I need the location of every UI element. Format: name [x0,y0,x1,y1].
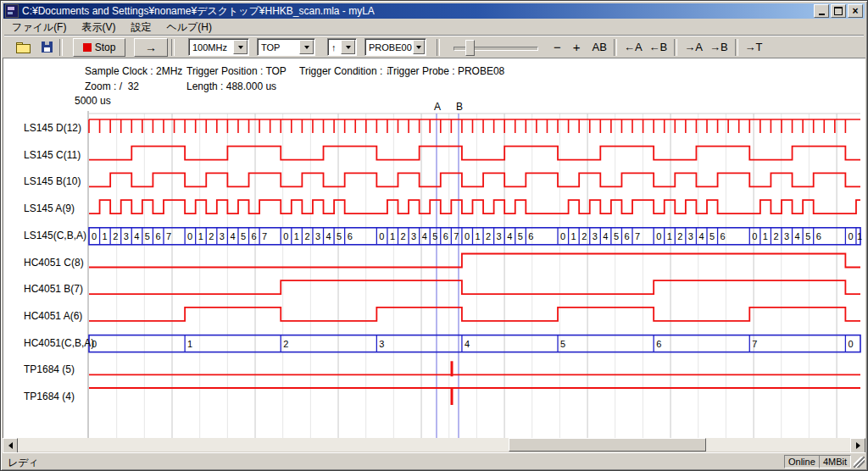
move-right-to-cursor-a-button[interactable]: →A [681,39,706,56]
trigger-position-info: Trigger Position : TOP [186,65,287,77]
menu-bar: ファイル(F)表示(V)設定ヘルプ(H) [4,19,864,35]
toolbar-separator [171,39,175,56]
channel-label-tp1684-4: TP1684 (4) [24,391,75,402]
minimize-button[interactable] [814,4,829,18]
scroll-left-arrow-icon[interactable] [3,438,18,453]
toolbar: Stop → 100MHz TOP ↑ PROBE00 − + AB ←A ←B… [4,36,864,58]
sample-clock-combo[interactable]: 100MHz [188,38,249,56]
toolbar-separator [614,39,617,56]
trigger-edge-combo[interactable]: ↑ [327,38,357,56]
channel-label-hc4051-bus: HC4051(C,B,A) [24,337,94,349]
resize-grip[interactable] [854,457,865,468]
move-left-to-cursor-b-button[interactable]: ←B [646,39,671,56]
chevron-down-icon[interactable] [413,40,425,54]
maximize-button[interactable] [831,4,846,18]
ab-cursors-button[interactable]: AB [589,39,610,56]
menu-item-0[interactable]: ファイル(F) [4,19,74,36]
goto-trigger-button[interactable]: →T [742,39,766,56]
slider-thumb[interactable] [465,40,475,56]
online-status-badge: Online [784,455,820,468]
channel-label-ls145-d: LS145 D(12) [24,122,81,134]
trigger-position-combo[interactable]: TOP [257,38,315,56]
chevron-down-icon[interactable] [233,40,248,54]
channel-label-hc4051-a: HC4051 A(6) [24,310,82,322]
chevron-down-icon[interactable] [341,40,355,54]
channel-label-ls145-a: LS145 A(9) [24,202,75,214]
channel-label-hc4051-c: HC4051 C(8) [24,257,84,269]
toolbar-separator [437,39,440,56]
zoom-in-button[interactable]: + [570,39,584,56]
title-bar: C:¥Documents and Settings¥noname¥デスクトップ¥… [3,3,865,19]
trigger-probe-info: Trigger Probe : PROBE08 [387,65,504,77]
status-message: レディ [8,456,39,470]
menu-item-1[interactable]: 表示(V) [74,19,123,36]
stop-button[interactable]: Stop [73,38,125,57]
open-file-icon[interactable] [16,41,31,54]
window-title: C:¥Documents and Settings¥noname¥デスクトップ¥… [22,4,375,19]
zoom-slider[interactable] [453,39,538,56]
chevron-down-icon[interactable] [299,40,314,54]
close-button[interactable]: × [848,4,863,18]
trigger-probe-combo[interactable]: PROBE00 [364,38,426,56]
zoom-info: Zoom : / 32 [85,80,139,92]
memory-status-badge: 4MBit [819,455,851,468]
channel-label-hc4051-b: HC4051 B(7) [24,283,83,295]
trigger-condition-info: Trigger Condition : ↓ [299,65,391,77]
zoom-out-button[interactable]: − [550,39,565,56]
move-left-to-cursor-a-button[interactable]: ←A [620,39,646,56]
waveform-client-area [3,58,865,438]
horizontal-scrollbar[interactable] [3,438,865,452]
status-bar: レディ Online 4MBit [3,452,865,469]
scrollbar-thumb[interactable] [509,438,706,452]
app-icon [5,4,19,18]
menu-item-3[interactable]: ヘルプ(H) [159,19,220,36]
toolbar-separator [674,39,677,56]
toolbar-separator [59,39,63,56]
stop-icon [83,43,92,52]
sample-clock-info: Sample Clock : 2MHz [85,65,182,77]
channel-label-ls145-c: LS145 C(11) [24,149,81,161]
scroll-right-arrow-icon[interactable] [850,438,865,453]
menu-item-2[interactable]: 設定 [123,19,159,36]
toolbar-separator [735,39,738,56]
save-icon[interactable] [41,41,56,54]
channel-label-ls145-bus: LS145(C,B,A) [24,230,86,241]
channel-label-ls145-b: LS145 B(10) [24,175,81,187]
channel-label-tp1684-5: TP1684 (5) [24,363,75,375]
length-info: Length : 488.000 us [186,80,276,92]
move-right-to-cursor-b-button[interactable]: →B [706,39,732,56]
time-scale-label: 5000 us [75,95,111,107]
run-arrow-icon: → [145,41,157,54]
run-button[interactable]: → [134,38,168,57]
